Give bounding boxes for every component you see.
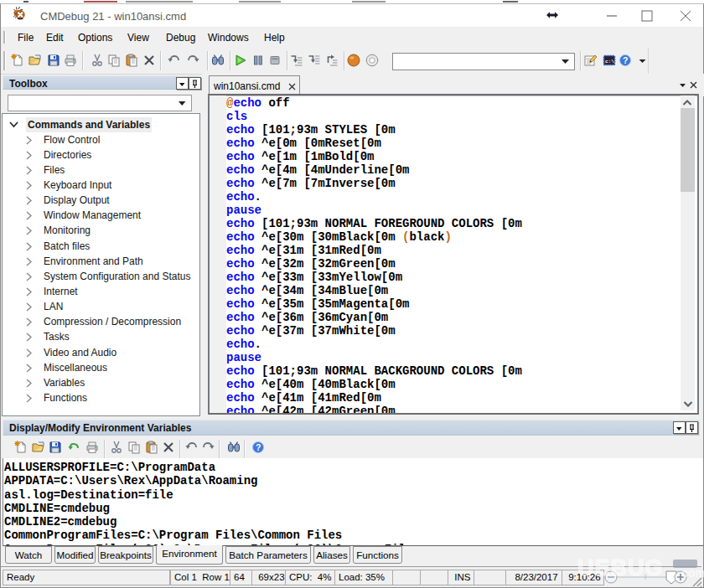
svg-text:?: ? (623, 55, 628, 65)
svg-text:?: ? (256, 442, 261, 452)
svg-text:c:\_: c:\_ (605, 59, 616, 64)
